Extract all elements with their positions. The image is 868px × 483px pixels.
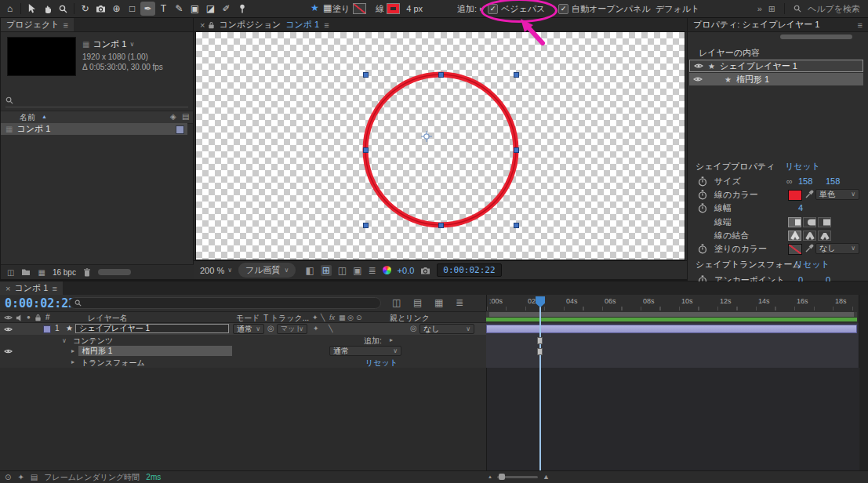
bezier-path-label[interactable]: ベジェパス — [501, 3, 545, 15]
parent-dropdown[interactable]: なし ∨ — [419, 324, 474, 334]
stroke-label[interactable]: 線 — [376, 3, 384, 15]
layer-name-column-header[interactable]: レイヤー名 — [88, 313, 128, 324]
stroke-width-value[interactable]: 4 — [798, 203, 803, 212]
size-label[interactable]: サイズ — [714, 176, 741, 187]
comp-options-icon[interactable]: ⊙ — [5, 473, 11, 481]
auto-open-checkbox[interactable]: ✓ — [558, 4, 568, 14]
cap-butt-button[interactable] — [788, 217, 801, 227]
mini-flowchart-icon[interactable]: ◫ — [392, 297, 401, 308]
trkmat-column-header[interactable]: T トラック... — [263, 313, 309, 324]
expand-arrow-icon[interactable]: ▸ — [71, 348, 74, 354]
viewer-comp-tab[interactable]: コンポ 1 — [285, 19, 319, 31]
brush-tool[interactable]: ✎ — [172, 2, 187, 16]
stroke-swatch[interactable] — [387, 4, 399, 13]
eye-icon[interactable] — [4, 314, 13, 321]
eraser-tool[interactable]: ◪ — [203, 2, 218, 16]
timeline-search-input[interactable] — [69, 297, 381, 309]
eye-icon[interactable] — [4, 326, 13, 332]
eyedropper-icon[interactable] — [805, 190, 814, 198]
draft-3d-icon[interactable]: ▤ — [413, 297, 422, 308]
sort-asc-icon[interactable]: ▲ — [42, 114, 47, 119]
close-icon[interactable]: × — [200, 20, 205, 30]
lock-icon[interactable] — [35, 314, 42, 321]
fill-type-dropdown[interactable]: なし ∨ — [815, 243, 859, 254]
exposure-value[interactable]: +0.0 — [398, 266, 415, 275]
timeline-timecode[interactable]: 0:00:02:22 — [5, 296, 75, 310]
layer-duration-bar[interactable] — [486, 325, 857, 333]
collapse-arrow-icon[interactable]: ∨ — [62, 338, 67, 344]
adjustment-switch-icon[interactable]: ◎ — [347, 314, 354, 321]
panel-menu-icon[interactable]: ≡ — [858, 20, 863, 30]
add-menu-icon[interactable]: ▸ — [480, 5, 484, 13]
project-item-row[interactable]: ▦ コンポ 1 — [1, 123, 187, 135]
props-layer-row-shape[interactable]: ★ シェイプレイヤー 1 — [689, 60, 863, 72]
auto-open-label[interactable]: 自動オープンパネル — [572, 3, 651, 15]
magnification-dropdown[interactable]: 200 % ∨ — [200, 266, 232, 275]
puppet-pin-tool[interactable] — [234, 2, 249, 16]
solo-icon[interactable]: ● — [27, 314, 31, 321]
create-shape-toggle[interactable]: ★ — [311, 2, 319, 13]
chevron-down-icon[interactable]: ∨ — [129, 42, 134, 48]
line-cap-label[interactable]: 線端 — [714, 216, 732, 228]
home-icon[interactable]: ⌂ — [2, 2, 17, 16]
collapse-switch-icon[interactable]: ✦ — [313, 325, 319, 332]
new-folder-icon[interactable] — [21, 268, 31, 276]
selection-handle[interactable] — [363, 72, 369, 78]
eyedropper-icon[interactable] — [805, 244, 814, 252]
type-column-icon[interactable]: ▤ — [182, 112, 189, 121]
motion-blur-switch-icon[interactable]: ▦ — [339, 314, 346, 321]
cap-round-button[interactable] — [803, 217, 816, 227]
zoom-out-mountain-icon[interactable]: ▲ — [488, 474, 492, 479]
blend-mode-dropdown[interactable]: 通常 ∨ — [233, 324, 264, 334]
lock-icon[interactable] — [208, 21, 215, 29]
viewer-timecode[interactable]: 0:00:02:22 — [437, 263, 501, 277]
layer-label-chip[interactable] — [43, 325, 51, 333]
ellipse-group-row[interactable]: ▸ 楕円形 1 通常 ∨ — [0, 346, 486, 357]
stroke-color-swatch[interactable] — [788, 190, 802, 201]
snapshot-camera-icon[interactable] — [420, 267, 430, 274]
join-round-button[interactable] — [803, 231, 816, 241]
line-join-label[interactable]: 線の結合 — [714, 230, 749, 242]
workspace-selector[interactable]: デフォルト — [656, 3, 699, 15]
panel-menu-icon[interactable]: ≡ — [64, 20, 68, 30]
camera-tool[interactable] — [93, 2, 108, 16]
zoom-slider-track[interactable] — [497, 476, 538, 478]
fx-switch-icon[interactable]: fx — [329, 314, 335, 321]
resolution-dropdown[interactable]: フル画質 ∨ — [238, 263, 296, 278]
size-x-value[interactable]: 158 — [798, 176, 812, 186]
pen-tool[interactable]: ✒ — [140, 2, 155, 16]
shape-tool[interactable]: □ — [125, 2, 140, 16]
selection-handle[interactable] — [514, 72, 519, 78]
parent-pickwhip-icon[interactable]: ◎ — [410, 324, 417, 332]
stopwatch-icon[interactable] — [698, 190, 707, 200]
panel-options-icon[interactable]: ▤ — [31, 473, 38, 481]
selection-handle[interactable] — [363, 223, 369, 228]
zoom-in-mountain-icon[interactable]: ▲ — [543, 473, 550, 481]
label-column-icon[interactable]: ◈ — [170, 112, 176, 121]
hide-shy-layers-icon[interactable]: ▦ — [434, 297, 443, 308]
selection-handle[interactable] — [438, 223, 444, 228]
selection-tool[interactable] — [24, 2, 39, 16]
current-time-indicator-line[interactable] — [539, 305, 541, 470]
eye-icon[interactable] — [4, 348, 13, 354]
add-label[interactable]: 追加: — [457, 3, 477, 15]
transparency-grid-icon[interactable]: ⊞ — [321, 265, 332, 276]
project-search-input[interactable] — [5, 94, 188, 107]
3d-switch-icon[interactable]: ⊙ — [356, 314, 362, 321]
add-property-label[interactable]: 追加: — [364, 336, 382, 347]
timeline-zoom-control[interactable]: ▲ ▲ — [488, 473, 550, 481]
selection-handle[interactable] — [363, 147, 369, 153]
quality-switch-icon[interactable]: ╲ — [321, 314, 325, 321]
zoom-tool[interactable] — [56, 2, 71, 16]
stroke-color-label[interactable]: 線のカラー — [714, 189, 758, 201]
clone-stamp-tool[interactable]: ▣ — [187, 2, 202, 16]
stopwatch-icon[interactable] — [698, 176, 707, 187]
work-area-bar[interactable] — [486, 312, 857, 317]
fill-swatch-none[interactable] — [353, 3, 366, 14]
selection-handle[interactable] — [438, 72, 444, 78]
create-mask-toggle[interactable]: ▦ — [323, 2, 332, 13]
trkmat-pickwhip-icon[interactable]: ◎ — [267, 324, 274, 332]
anchor-point-icon[interactable] — [421, 131, 432, 142]
trash-icon[interactable] — [83, 268, 91, 277]
transform-row[interactable]: ▸ トランスフォーム リセット — [0, 357, 486, 368]
